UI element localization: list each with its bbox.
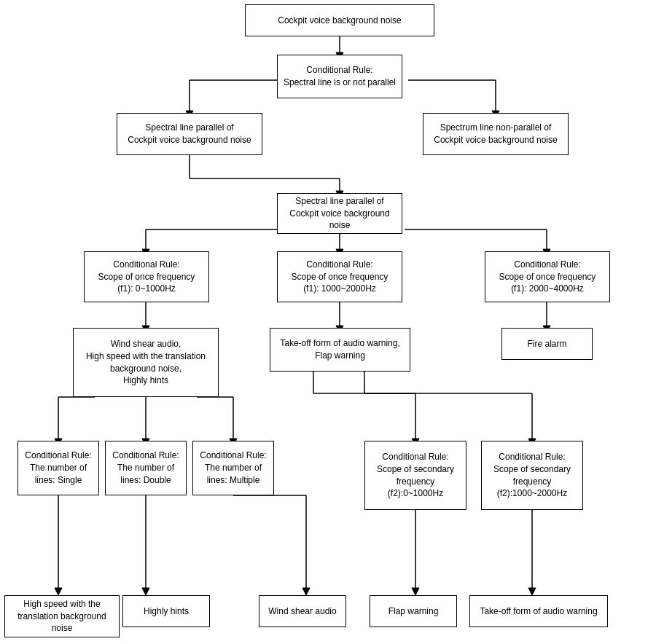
node-cond-freq3: Conditional Rule: Scope of once frequenc…: [485, 251, 610, 302]
node-parallel2: Spectral line parallel of Cockpit voice …: [277, 193, 402, 234]
node-takeoff-flap: Take-off form of audio warning, Flap war…: [270, 328, 410, 372]
svg-marker-43: [55, 588, 62, 595]
svg-marker-48: [302, 588, 310, 595]
node-fire-alarm: Fire alarm: [501, 328, 593, 360]
node-takeoff-warning: Take-off form of audio warning: [469, 595, 608, 627]
node-cond-freq2: Conditional Rule: Scope of once frequenc…: [277, 251, 402, 302]
node-wind-high-hint: Wind shear audio, High speed with the tr…: [73, 328, 219, 397]
node-cond-sec-freq1: Conditional Rule: Scope of secondary fre…: [364, 441, 466, 510]
node-cond-sec-freq2: Conditional Rule: Scope of secondary fre…: [481, 441, 583, 510]
svg-marker-52: [528, 588, 536, 595]
node-flap-warning: Flap warning: [370, 595, 457, 627]
node-cond-freq1: Conditional Rule: Scope of once frequenc…: [84, 251, 209, 302]
node-high-speed: High speed with the translation backgrou…: [4, 595, 120, 637]
node-root: Cockpit voice background noise: [245, 4, 434, 36]
node-cond1: Conditional Rule: Spectral line is or no…: [277, 55, 402, 98]
node-cond-lines-single: Conditional Rule: The number of lines: S…: [17, 441, 99, 495]
node-parallel-left: Spectral line parallel of Cockpit voice …: [117, 113, 262, 155]
node-cond-lines-double: Conditional Rule: The number of lines: D…: [105, 441, 187, 495]
node-cond-lines-multiple: Conditional Rule: The number of lines: M…: [192, 441, 274, 495]
svg-marker-45: [142, 588, 149, 595]
node-nonparallel: Spectrum line non-parallel of Cockpit vo…: [423, 113, 569, 155]
flowchart-diagram: Cockpit voice background noise Condition…: [0, 0, 656, 644]
svg-marker-50: [412, 588, 419, 595]
node-wind-shear: Wind shear audio: [259, 595, 346, 627]
node-highly-hints: Highly hints: [122, 595, 210, 627]
